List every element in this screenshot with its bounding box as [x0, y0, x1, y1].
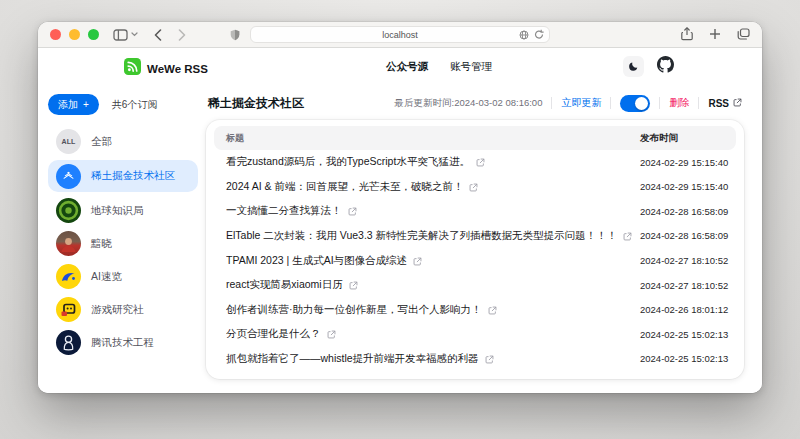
- address-bar[interactable]: localhost: [250, 26, 550, 43]
- article-link[interactable]: 创作者训练营·助力每一位创作新星，写出个人影响力！: [214, 301, 640, 319]
- avatar-ai-icon: [56, 264, 81, 289]
- dark-mode-toggle[interactable]: [623, 56, 644, 77]
- traffic-lights: [50, 29, 99, 40]
- browser-window: localhost: [38, 22, 762, 393]
- new-tab-icon[interactable]: [709, 28, 721, 40]
- article-time: 2024-02-28 16:58:09: [640, 230, 736, 241]
- external-link-icon: [469, 178, 478, 196]
- article-link[interactable]: 一文搞懂二分查找算法！: [214, 202, 640, 220]
- article-time: 2024-02-26 18:01:12: [640, 304, 736, 315]
- back-button[interactable]: [154, 29, 162, 41]
- article-link[interactable]: 抓包就指着它了——whistle提升前端开发幸福感的利器: [214, 350, 640, 368]
- sidebar-item-ai[interactable]: AI速览: [48, 262, 198, 291]
- plus-icon: +: [83, 99, 89, 110]
- article-time: 2024-02-27 18:10:52: [640, 280, 736, 291]
- feed-panel: 稀土掘金技术社区 最后更新时间:2024-03-02 08:16:00 立即更新…: [206, 92, 744, 379]
- feed-title: 稀土掘金技术社区: [208, 95, 304, 112]
- main-nav: 公众号源 账号管理: [386, 60, 492, 74]
- close-window-button[interactable]: [50, 29, 61, 40]
- article-time: 2024-02-25 15:02:13: [640, 329, 736, 340]
- table-row: 创作者训练营·助力每一位创作新星，写出个人影响力！ 2024-02-26 18:…: [214, 297, 736, 322]
- article-time: 2024-02-27 18:10:52: [640, 255, 736, 266]
- zoom-window-button[interactable]: [88, 29, 99, 40]
- avatar-earth-icon: [56, 198, 81, 223]
- privacy-shield-icon[interactable]: [230, 29, 240, 41]
- table-row: 2024 AI & 前端：回首展望，光芒未至，破晓之前！ 2024-02-29 …: [214, 175, 736, 200]
- table-row: 看完zustand源码后，我的TypeScript水平突飞猛进。 2024-02…: [214, 150, 736, 175]
- sidebar-toggle-icon[interactable]: [113, 29, 128, 41]
- nav-item-accounts[interactable]: 账号管理: [450, 60, 492, 74]
- address-bar-url: localhost: [382, 30, 418, 40]
- article-link[interactable]: 2024 AI & 前端：回首展望，光芒未至，破晓之前！: [214, 178, 640, 196]
- column-header-time: 发布时间: [640, 132, 736, 145]
- column-header-title: 标题: [214, 132, 640, 145]
- avatar-photo: [56, 231, 81, 256]
- app-name: WeWe RSS: [147, 63, 208, 75]
- refresh-now-link[interactable]: 立即更新: [561, 96, 601, 110]
- article-link[interactable]: 分页合理化是什么？: [214, 325, 640, 343]
- browser-toolbar: localhost: [38, 22, 762, 48]
- avatar-game-icon: [56, 297, 81, 322]
- article-link[interactable]: TPAMI 2023 | 生成式AI与图像合成综述: [214, 252, 640, 270]
- sidebar-item-anxiao[interactable]: 黯晓: [48, 229, 198, 258]
- app-logo: WeWe RSS: [124, 58, 208, 79]
- table-row: react实现简易xiaomi日历 2024-02-27 18:10:52: [214, 273, 736, 298]
- table-row: ElTable 二次封装：我用 Vue3.3 新特性完美解决了列插槽数据无类型提…: [214, 224, 736, 249]
- add-feed-button[interactable]: 添加 +: [48, 94, 99, 115]
- article-time: 2024-02-29 15:15:40: [640, 157, 736, 168]
- avatar-juejin-icon: [56, 164, 81, 189]
- avatar-tencent-icon: [56, 330, 81, 355]
- reload-icon[interactable]: [534, 29, 544, 40]
- sidebar-item-game[interactable]: 游戏研究社: [48, 295, 198, 324]
- article-time: 2024-02-29 15:15:40: [640, 181, 736, 192]
- external-link-icon: [349, 276, 358, 294]
- article-link[interactable]: 看完zustand源码后，我的TypeScript水平突飞猛进。: [214, 153, 640, 171]
- sidebar-item-juejin[interactable]: 稀土掘金技术社区: [48, 160, 198, 192]
- wewe-rss-app: WeWe RSS 公众号源 账号管理: [38, 48, 762, 393]
- external-link-icon: [348, 202, 357, 220]
- table-row: 一文搞懂二分查找算法！ 2024-02-28 16:58:09: [214, 199, 736, 224]
- articles-table: 标题 发布时间 看完zustand源码后，我的TypeScript水平突飞猛进。…: [206, 120, 744, 379]
- chevron-down-icon[interactable]: [131, 32, 138, 37]
- avatar-all: ALL: [56, 129, 81, 154]
- external-link-icon: [476, 153, 485, 171]
- table-row: 分页合理化是什么？ 2024-02-25 15:02:13: [214, 322, 736, 347]
- github-link[interactable]: [657, 56, 674, 77]
- table-row: TPAMI 2023 | 生成式AI与图像合成综述 2024-02-27 18:…: [214, 248, 736, 273]
- rss-logo-icon: [124, 58, 141, 79]
- last-update-time: 最后更新时间:2024-03-02 08:16:00: [395, 97, 543, 110]
- sidebar-item-earth[interactable]: 地球知识局: [48, 196, 198, 225]
- sidebar-item-all[interactable]: ALL 全部: [48, 127, 198, 156]
- article-link[interactable]: react实现简易xiaomi日历: [214, 276, 640, 294]
- feed-enabled-toggle[interactable]: [620, 95, 650, 112]
- table-row: 抓包就指着它了——whistle提升前端开发幸福感的利器 2024-02-25 …: [214, 347, 736, 372]
- rss-link[interactable]: RSS: [708, 98, 742, 109]
- forward-button[interactable]: [178, 29, 186, 41]
- app-header: WeWe RSS 公众号源 账号管理: [38, 48, 762, 85]
- external-link-icon: [327, 325, 336, 343]
- external-link-icon: [733, 98, 742, 109]
- sidebar-item-tencent[interactable]: 腾讯技术工程: [48, 328, 198, 357]
- article-time: 2024-02-25 15:02:13: [640, 353, 736, 364]
- article-link[interactable]: ElTable 二次封装：我用 Vue3.3 新特性完美解决了列插槽数据无类型提…: [214, 227, 640, 245]
- share-icon[interactable]: [681, 27, 693, 41]
- external-link-icon: [485, 350, 494, 368]
- external-link-icon: [413, 252, 422, 270]
- nav-item-feeds[interactable]: 公众号源: [386, 60, 428, 74]
- delete-feed-link[interactable]: 删除: [669, 96, 689, 110]
- translate-icon[interactable]: [519, 30, 529, 40]
- external-link-icon: [623, 227, 632, 245]
- table-header-row: 标题 发布时间: [214, 126, 736, 150]
- tab-overview-icon[interactable]: [737, 28, 750, 40]
- github-icon: [657, 59, 674, 76]
- subscription-count: 共6个订阅: [112, 98, 158, 112]
- article-time: 2024-02-28 16:58:09: [640, 206, 736, 217]
- minimize-window-button[interactable]: [69, 29, 80, 40]
- moon-icon: [628, 58, 639, 76]
- external-link-icon: [488, 301, 497, 319]
- subscriptions-sidebar: 添加 + 共6个订阅 ALL 全部 稀土掘金技术社区: [48, 92, 198, 379]
